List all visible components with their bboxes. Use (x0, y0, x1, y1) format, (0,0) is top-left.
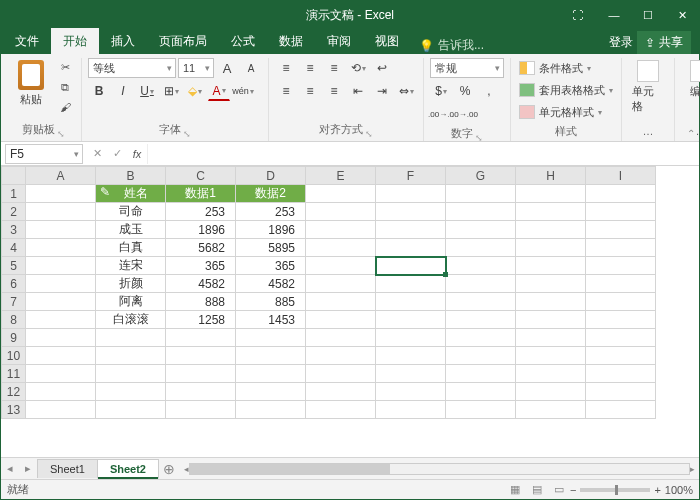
cell[interactable] (446, 329, 516, 347)
close-button[interactable]: ✕ (665, 1, 699, 29)
cell[interactable] (446, 293, 516, 311)
login-link[interactable]: 登录 (609, 34, 633, 51)
col-header-A[interactable]: A (26, 167, 96, 185)
row-header-8[interactable]: 8 (2, 311, 26, 329)
cell[interactable] (516, 275, 586, 293)
cell[interactable] (516, 257, 586, 275)
cell[interactable] (376, 329, 446, 347)
cell[interactable] (96, 365, 166, 383)
zoom-out-button[interactable]: − (570, 484, 576, 496)
cell[interactable] (26, 293, 96, 311)
row-header-5[interactable]: 5 (2, 257, 26, 275)
cell[interactable]: 阿离 (96, 293, 166, 311)
select-all-corner[interactable] (2, 167, 26, 185)
tell-me[interactable]: 💡 告诉我... (419, 37, 484, 54)
cell[interactable] (586, 275, 656, 293)
cell[interactable] (376, 347, 446, 365)
col-header-E[interactable]: E (306, 167, 376, 185)
cell[interactable] (26, 239, 96, 257)
cell[interactable] (376, 293, 446, 311)
col-header-H[interactable]: H (516, 167, 586, 185)
cell[interactable]: 253 (166, 203, 236, 221)
cell[interactable] (586, 185, 656, 203)
tab-insert[interactable]: 插入 (99, 28, 147, 54)
zoom-level[interactable]: 100% (665, 484, 693, 496)
cell[interactable] (446, 365, 516, 383)
tab-view[interactable]: 视图 (363, 28, 411, 54)
sheet-nav-left[interactable]: ◂ (1, 462, 19, 475)
cell[interactable] (586, 239, 656, 257)
maximize-button[interactable]: ☐ (631, 1, 665, 29)
cell[interactable] (586, 401, 656, 419)
cell[interactable]: 365 (166, 257, 236, 275)
phonetic-button[interactable]: wén (232, 81, 254, 101)
cell[interactable] (446, 347, 516, 365)
cell[interactable] (236, 329, 306, 347)
align-top-button[interactable]: ≡ (275, 58, 297, 78)
row-header-10[interactable]: 10 (2, 347, 26, 365)
cell[interactable]: 白滚滚 (96, 311, 166, 329)
accounting-format-button[interactable]: $ (430, 81, 452, 101)
cells-button[interactable]: 单元格 (628, 58, 668, 116)
col-header-C[interactable]: C (166, 167, 236, 185)
align-right-button[interactable]: ≡ (323, 81, 345, 101)
sheet-nav-right[interactable]: ▸ (19, 462, 37, 475)
row-header-7[interactable]: 7 (2, 293, 26, 311)
name-box[interactable]: F5 (5, 144, 83, 164)
insert-function-button[interactable]: fx (127, 148, 147, 160)
cell[interactable] (236, 383, 306, 401)
cell[interactable] (26, 347, 96, 365)
cell[interactable] (376, 365, 446, 383)
cell[interactable] (236, 347, 306, 365)
minimize-button[interactable]: — (597, 1, 631, 29)
cell[interactable] (166, 401, 236, 419)
cell[interactable] (376, 311, 446, 329)
cell[interactable] (306, 383, 376, 401)
cell[interactable] (516, 347, 586, 365)
cell[interactable] (166, 347, 236, 365)
tab-page-layout[interactable]: 页面布局 (147, 28, 219, 54)
cell[interactable]: 白真 (96, 239, 166, 257)
cell[interactable] (26, 329, 96, 347)
cell[interactable] (586, 221, 656, 239)
cell[interactable]: 5895 (236, 239, 306, 257)
cell[interactable] (586, 293, 656, 311)
zoom-slider[interactable] (580, 488, 650, 492)
hscroll-thumb[interactable] (190, 464, 390, 474)
orientation-button[interactable]: ⟲ (347, 58, 369, 78)
decrease-indent-button[interactable]: ⇤ (347, 81, 369, 101)
align-center-button[interactable]: ≡ (299, 81, 321, 101)
decrease-decimal-button[interactable]: .0→.00 (454, 104, 476, 124)
cell[interactable] (516, 311, 586, 329)
cell[interactable] (446, 401, 516, 419)
row-header-6[interactable]: 6 (2, 275, 26, 293)
cell[interactable] (586, 203, 656, 221)
cell-styles-button[interactable]: 单元格样式▾ (517, 102, 604, 122)
cell[interactable] (376, 203, 446, 221)
cell[interactable] (306, 185, 376, 203)
cell[interactable] (516, 293, 586, 311)
cell[interactable] (376, 239, 446, 257)
horizontal-scrollbar[interactable]: ◂ ▸ (180, 463, 699, 475)
cell[interactable] (166, 329, 236, 347)
alignment-dialog-launcher[interactable]: ⤡ (365, 129, 373, 139)
cell[interactable]: 365 (236, 257, 306, 275)
cell[interactable] (516, 239, 586, 257)
row-header-4[interactable]: 4 (2, 239, 26, 257)
cell-header-name[interactable]: ✎姓名 (96, 185, 166, 203)
grow-font-button[interactable]: A (216, 58, 238, 78)
cell[interactable] (516, 401, 586, 419)
cell[interactable] (376, 275, 446, 293)
cell[interactable] (96, 383, 166, 401)
cell[interactable]: 折颜 (96, 275, 166, 293)
page-break-view-button[interactable]: ▭ (548, 483, 570, 496)
cell[interactable] (516, 383, 586, 401)
cell[interactable] (306, 347, 376, 365)
cell[interactable] (306, 203, 376, 221)
cell[interactable] (446, 203, 516, 221)
paste-button[interactable]: 粘贴 (11, 58, 51, 109)
formula-bar[interactable] (147, 144, 699, 164)
cell[interactable] (516, 329, 586, 347)
cell[interactable] (376, 383, 446, 401)
copy-button[interactable]: ⧉ (55, 78, 75, 96)
